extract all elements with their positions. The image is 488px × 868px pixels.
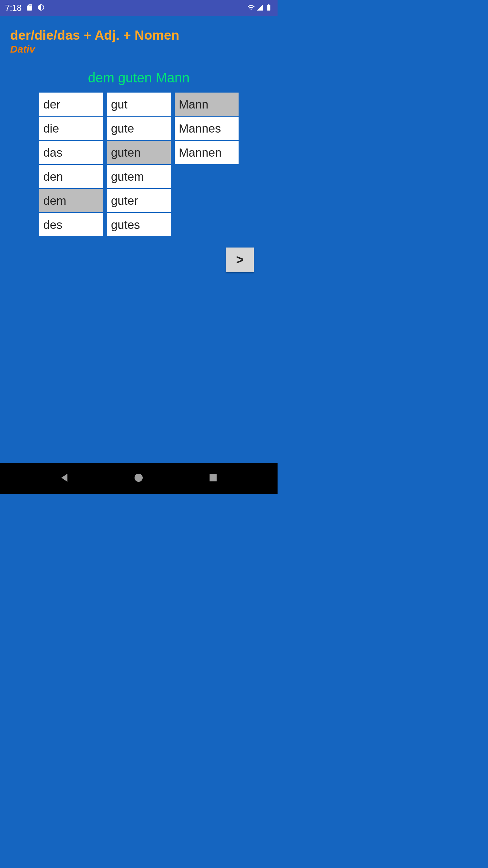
signal-icon [256, 4, 264, 13]
option-mannen[interactable]: Mannen [175, 140, 239, 164]
battery-icon [265, 4, 272, 13]
wifi-icon [247, 4, 255, 13]
navigation-bar [0, 463, 278, 494]
svg-point-0 [135, 474, 143, 482]
option-das[interactable]: das [39, 140, 103, 164]
page-subtitle: Dativ [10, 43, 267, 55]
next-button[interactable]: > [226, 248, 254, 272]
option-den[interactable]: den [39, 164, 103, 189]
sd-card-icon [26, 4, 33, 13]
option-guter[interactable]: guter [107, 189, 171, 213]
columns-container: der die das den dem des gut gute guten g… [10, 92, 267, 237]
option-gutes[interactable]: gutes [107, 213, 171, 237]
contrast-icon [37, 4, 45, 13]
option-mann[interactable]: Mann [175, 92, 239, 116]
option-der[interactable]: der [39, 92, 103, 116]
status-left: 7:18 [5, 3, 45, 13]
option-gute[interactable]: gute [107, 116, 171, 140]
content-area: der/die/das + Adj. + Nomen Dativ dem gut… [0, 16, 278, 463]
recent-apps-icon[interactable] [207, 472, 219, 485]
status-time: 7:18 [5, 3, 22, 13]
option-des[interactable]: des [39, 213, 103, 237]
option-die[interactable]: die [39, 116, 103, 140]
column-article: der die das den dem des [39, 92, 103, 237]
option-guten[interactable]: guten [107, 140, 171, 164]
status-bar: 7:18 [0, 0, 278, 16]
column-noun: Mann Mannes Mannen [175, 92, 239, 237]
option-dem[interactable]: dem [39, 189, 103, 213]
back-icon[interactable] [58, 472, 70, 485]
option-gutem[interactable]: gutem [107, 164, 171, 189]
svg-rect-1 [210, 474, 217, 481]
option-mannes[interactable]: Mannes [175, 116, 239, 140]
page-title: der/die/das + Adj. + Nomen [10, 28, 267, 43]
column-adjective: gut gute guten gutem guter gutes [107, 92, 171, 237]
option-gut[interactable]: gut [107, 92, 171, 116]
next-button-container: > [10, 248, 267, 272]
answer-display: dem guten Mann [10, 70, 267, 85]
home-icon[interactable] [133, 472, 145, 485]
status-right [247, 4, 272, 13]
